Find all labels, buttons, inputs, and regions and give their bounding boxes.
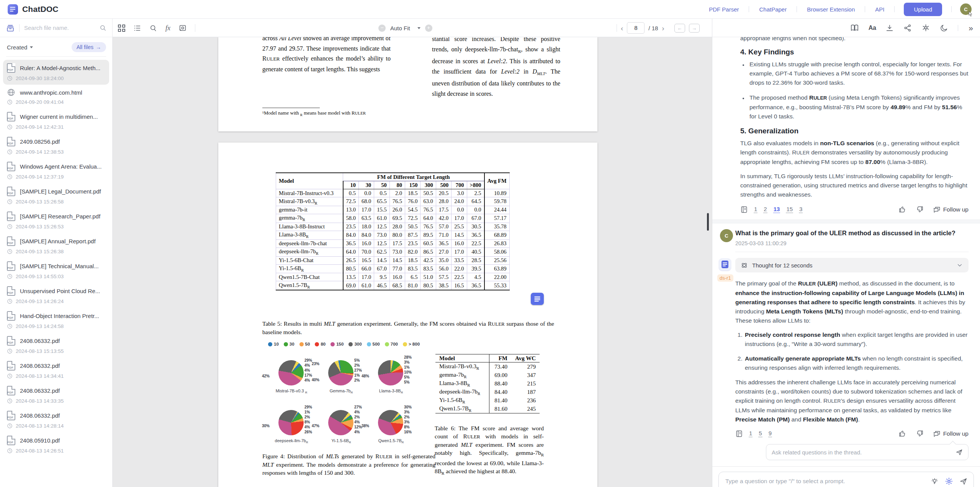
file-list-item[interactable]: PDFRuler: A Model-Agnostic Meth...2024-0…	[3, 60, 109, 85]
openai-icon[interactable]	[921, 23, 930, 32]
formula-icon[interactable]: fx	[165, 24, 170, 32]
legend-swatch	[367, 342, 371, 346]
file-list-item[interactable]: PDF2408.06332.pdf2024-08-13 14:33:35	[3, 382, 109, 407]
pie-percent-label: 26%	[304, 430, 312, 435]
file-list-item[interactable]: PDF[SAMPLE] Annual_Report.pdf2024-09-13 …	[3, 233, 109, 258]
page-ref-link[interactable]: 9	[768, 430, 772, 437]
page-ref-link[interactable]: 15	[786, 206, 793, 213]
file-list-item[interactable]: PDF[SAMPLE] Research_Paper.pdf2024-09-13…	[3, 208, 109, 233]
thumbnail-grid-icon[interactable]	[118, 25, 125, 32]
pie-percent-label: 10%	[404, 370, 412, 375]
chatdoc-logo[interactable]: ChatDOC	[8, 4, 59, 15]
extract-table-button[interactable]	[531, 293, 544, 305]
page-ref-link[interactable]: 1	[749, 430, 753, 437]
page-number-input[interactable]: 8	[627, 22, 645, 34]
upload-button[interactable]: Upload	[904, 3, 942, 16]
file-timestamp: 2024-09-30 18:24:00	[16, 75, 64, 81]
file-list-item[interactable]: PDFUnsupervised Point Cloud Re...2024-09…	[3, 283, 109, 308]
send-icon[interactable]	[955, 449, 963, 456]
pie-percent-label: 12%	[354, 425, 362, 430]
file-list-item[interactable]: PDF2408.06332.pdf2024-08-13 15:13:55	[3, 333, 109, 357]
prompt-settings-gear-icon[interactable]	[945, 477, 953, 485]
history-forward-button[interactable]: →	[689, 24, 700, 33]
collapse-panel-icon[interactable]: »	[969, 23, 973, 33]
screenshot-icon[interactable]	[178, 24, 187, 32]
next-page-button[interactable]: ›	[662, 25, 664, 32]
file-list-item[interactable]: PDF[SAMPLE] Legal_Document.pdf2024-09-13…	[3, 183, 109, 208]
chatdoc-logo-icon	[8, 4, 18, 15]
zoom-chevron-down-icon[interactable]	[417, 27, 420, 29]
file-list-item[interactable]: PDF[SAMPLE] Technical_Manual...2024-09-1…	[3, 258, 109, 283]
zoom-in-button[interactable]: +	[425, 25, 432, 32]
search-input[interactable]: Search file name.	[24, 25, 99, 31]
page-ref-link[interactable]: 2	[763, 206, 767, 213]
pie-percent-label: 27%	[354, 405, 362, 410]
search-document-icon[interactable]	[149, 24, 157, 32]
pie-percent-label: 5%	[404, 375, 412, 380]
file-list-item[interactable]: PDF2408.05910.pdf2024-08-13 14:26:51	[3, 432, 109, 457]
pdf-canvas[interactable]: across All Level showed an average impro…	[113, 37, 712, 487]
app-title: ChatDOC	[22, 5, 59, 14]
follow-up-button[interactable]: Follow up	[933, 430, 969, 438]
user-avatar[interactable]: C	[960, 3, 972, 15]
thumbs-down-icon[interactable]	[916, 205, 924, 213]
page-ref-link[interactable]: 5	[758, 430, 762, 437]
page-ref-link[interactable]: 13	[773, 206, 780, 213]
question-timestamp: 2025-03-03 11:00:29	[735, 240, 969, 246]
all-files-button[interactable]: All files →	[72, 42, 106, 52]
file-list-item[interactable]: PDFWigner current in multidimen...2024-0…	[3, 108, 109, 133]
file-timestamp: 2024-08-13 15:13:55	[16, 348, 64, 354]
pie-title: Llama-3-8BR	[362, 389, 420, 394]
archive-icon[interactable]	[6, 24, 15, 32]
follow-up-button[interactable]: Follow up	[933, 206, 969, 213]
main-question-input[interactable]: Type a question or type "/" to select a …	[718, 472, 974, 487]
pie-title: deepseek-llm-7bR	[263, 438, 320, 444]
pie-percent-label: 38%	[362, 424, 369, 428]
file-list-item[interactable]: PDF2408.06332.pdf2024-08-13 14:34:41	[3, 357, 109, 382]
pie-chart: 29%4%4%17%4%42%Mistral-7B-v0.3 R	[267, 353, 316, 402]
zoom-level[interactable]: Auto Fit	[390, 25, 410, 31]
thumbs-up-icon[interactable]	[898, 205, 906, 213]
viewer-scrollbar-thumb[interactable]	[707, 213, 709, 231]
pie-chart: 30%3%2%3%8%16%38%Qwen1.5-7BR	[366, 402, 416, 451]
assistant-answer: ds-r1 Thought for 12 seconds The primary…	[712, 252, 980, 438]
file-list-item[interactable]: www.anthropic.com.html2024-09-20 09:41:0…	[3, 85, 109, 108]
pie-title: Gemma-7bR	[312, 389, 370, 394]
nav-api[interactable]: API	[865, 6, 894, 13]
pie-percent-label: 8%	[404, 425, 412, 430]
search-icon[interactable]	[99, 24, 107, 32]
thread-reply-input[interactable]: Ask related questions in the thread.	[766, 444, 969, 460]
prompt-ideas-icon[interactable]	[931, 477, 939, 485]
file-list-item[interactable]: PDFHand-Object Interaction Pretr...2024-…	[3, 308, 109, 333]
thumbs-up-icon[interactable]	[898, 430, 906, 438]
page-ref-link[interactable]: 3	[799, 206, 803, 213]
file-list-item[interactable]: PDF2408.06332.pdf2024-08-13 14:28:14	[3, 407, 109, 432]
nav-chatpaper[interactable]: ChatPaper	[749, 6, 797, 13]
legend-item: 700	[385, 342, 398, 346]
page-ref-link[interactable]: 1	[754, 206, 757, 213]
font-size-icon[interactable]: Aa	[869, 25, 876, 31]
share-icon[interactable]	[903, 24, 912, 32]
dark-mode-moon-icon[interactable]	[940, 24, 948, 32]
thought-toggle[interactable]: Thought for 12 seconds	[735, 258, 969, 272]
send-icon[interactable]	[959, 477, 967, 485]
history-back-button[interactable]: ←	[674, 24, 685, 33]
book-icon[interactable]	[850, 23, 859, 32]
previous-page-button[interactable]: ‹	[621, 25, 623, 32]
nav-browser-extension[interactable]: Browser Extension	[797, 6, 865, 13]
download-icon[interactable]	[885, 24, 894, 32]
zoom-out-button[interactable]: −	[378, 25, 386, 32]
pie-circle	[328, 360, 353, 385]
file-list-item[interactable]: PDFWindows Agent Arena: Evalua...2024-09…	[3, 158, 109, 183]
sort-by-created[interactable]: Created	[7, 44, 27, 51]
pdf-file-icon: PDF	[7, 386, 15, 395]
legend-swatch	[330, 342, 335, 346]
thumbs-down-icon[interactable]	[916, 430, 924, 438]
sidebar-search-row: Search file name.	[0, 19, 112, 37]
outline-list-icon[interactable]	[133, 24, 141, 32]
file-title: Hand-Object Interaction Pretr...	[20, 313, 102, 319]
answer-paragraph-1: The primary goal of the RULER (ULER) met…	[735, 279, 969, 325]
nav-pdf-parser[interactable]: PDF Parser	[699, 6, 749, 13]
file-list-item[interactable]: PDF2409.08256.pdf2024-09-14 12:38:53	[3, 133, 109, 158]
file-title: [SAMPLE] Annual_Report.pdf	[20, 238, 102, 244]
